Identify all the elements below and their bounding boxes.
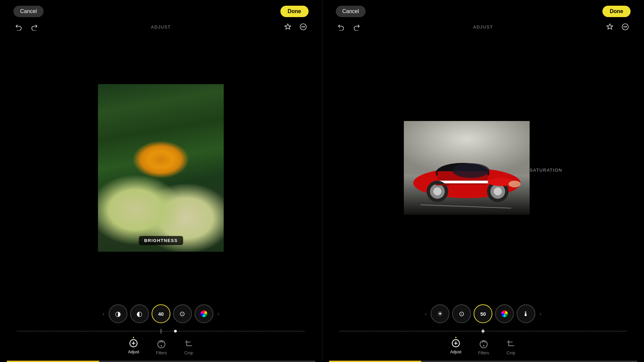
- slider-right[interactable]: [329, 326, 638, 336]
- crop-tool-left[interactable]: Crop: [184, 339, 194, 355]
- flower-bg: [98, 84, 224, 252]
- panel-left: Cancel Done ADJUST: [0, 0, 322, 362]
- svg-point-30: [483, 345, 484, 346]
- adjust-label-right: ADJUST: [473, 24, 493, 29]
- crop-tool-label-left: Crop: [184, 351, 193, 355]
- done-button-right[interactable]: Done: [602, 6, 631, 17]
- adjustment-wheels-right: ‹ ☀ ⊙ 50 🌡 ›: [329, 301, 638, 326]
- adjustment-wheels-left: ‹ ◑ ◐ 40 ⊙ ›: [7, 301, 315, 326]
- filters-tool-right[interactable]: Filters: [478, 339, 489, 355]
- brightness-wheel[interactable]: 40: [152, 304, 170, 323]
- svg-point-29: [480, 341, 487, 348]
- filters-tool-left[interactable]: Filters: [156, 339, 167, 355]
- toolbar-left-icons: [13, 21, 40, 32]
- toolbar-left-icons-right: [336, 21, 362, 32]
- bottom-toolbar-right: Adjust Filters Crop: [329, 336, 638, 361]
- svg-point-8: [624, 26, 624, 27]
- cancel-button-right[interactable]: Cancel: [336, 6, 366, 17]
- filters-icon-right: [479, 339, 489, 349]
- progress-bar-right: [329, 361, 638, 362]
- crop-icon-left: [184, 339, 194, 349]
- svg-point-6: [161, 345, 162, 346]
- done-button-left[interactable]: Done: [280, 6, 309, 17]
- crop-tool-right[interactable]: Crop: [506, 339, 516, 355]
- contrast-wheel[interactable]: ◑: [109, 304, 127, 323]
- more-button-right[interactable]: [620, 21, 631, 32]
- scroll-left-left[interactable]: ‹: [101, 310, 106, 317]
- svg-point-5: [158, 341, 165, 348]
- more-button-left[interactable]: [298, 21, 309, 32]
- svg-point-20: [433, 187, 441, 195]
- adjust-tool-label-right: Adjust: [450, 350, 461, 354]
- toolbar-right-icons-left: [282, 21, 309, 32]
- redo-button-right[interactable]: [351, 21, 362, 32]
- svg-point-23: [494, 187, 502, 195]
- scroll-right-right[interactable]: ›: [538, 310, 543, 317]
- image-area-left: BRIGHTNESS: [0, 35, 322, 301]
- undo-button-left[interactable]: [13, 21, 24, 32]
- svg-point-10: [626, 26, 627, 27]
- adjust-icon-left: [128, 338, 139, 348]
- adjust-tool-right[interactable]: Adjust: [450, 340, 461, 354]
- bottom-toolbar-left: Adjust Filters Crop: [7, 336, 315, 361]
- filters-tool-label-right: Filters: [478, 351, 489, 355]
- scroll-right-left[interactable]: ›: [216, 310, 221, 317]
- redo-button-left[interactable]: [29, 21, 40, 32]
- panel-right: Cancel Done ADJUST: [322, 0, 644, 362]
- color-wheel-left[interactable]: [195, 304, 213, 323]
- toolbar-left: ADJUST: [0, 20, 322, 35]
- image-area-right: SATURATION: [322, 35, 644, 301]
- filters-tool-label-left: Filters: [156, 351, 167, 355]
- point-wheel-right[interactable]: ⊙: [452, 304, 471, 323]
- brightness-value: 40: [158, 311, 164, 317]
- car-photo: [404, 121, 530, 215]
- scroll-left-right[interactable]: ‹: [423, 310, 428, 317]
- svg-rect-26: [436, 184, 449, 185]
- svg-rect-17: [437, 181, 491, 183]
- undo-button-right[interactable]: [336, 21, 346, 32]
- svg-point-9: [625, 26, 626, 27]
- auto-button-left[interactable]: [282, 21, 293, 32]
- flower-photo-container: BRIGHTNESS: [98, 84, 224, 252]
- svg-point-1: [302, 26, 302, 27]
- adjust-label-left: ADJUST: [151, 24, 171, 29]
- filters-icon-left: [156, 339, 166, 349]
- adjust-tool-left[interactable]: Adjust: [128, 340, 139, 354]
- point-wheel-left[interactable]: ⊙: [173, 304, 192, 323]
- svg-point-16: [452, 163, 489, 178]
- controls-area-right: ‹ ☀ ⊙ 50 🌡 ›: [322, 301, 644, 362]
- saturation-badge: SATURATION: [530, 168, 562, 173]
- adjust-tool-label-left: Adjust: [128, 350, 139, 354]
- progress-fill-right: [329, 361, 422, 362]
- auto-button-right[interactable]: [604, 21, 615, 32]
- flower-photo: BRIGHTNESS: [98, 84, 224, 252]
- crop-icon-right: [506, 339, 516, 349]
- controls-area-left: ‹ ◑ ◐ 40 ⊙ ›: [0, 301, 322, 362]
- svg-point-25: [508, 181, 521, 187]
- saturation-value: 50: [480, 311, 486, 317]
- svg-point-2: [303, 26, 304, 27]
- adjust-icon-right: [451, 338, 461, 348]
- top-bar-left: Cancel Done: [0, 0, 322, 20]
- slider-left[interactable]: [7, 326, 315, 336]
- brightness-badge: BRIGHTNESS: [139, 236, 183, 245]
- car-photo-container: SATURATION: [404, 121, 562, 215]
- progress-fill-left: [7, 361, 99, 362]
- top-bar-right: Cancel Done: [322, 0, 644, 20]
- brightness-wheel-right[interactable]: ☀: [431, 304, 449, 323]
- toolbar-right: ADJUST: [322, 20, 644, 35]
- car-photo-inner: [404, 121, 530, 215]
- toolbar-right-icons-right: [604, 21, 631, 32]
- progress-bar-left: [7, 361, 315, 362]
- svg-point-3: [304, 26, 305, 27]
- exposure-wheel[interactable]: ◐: [130, 304, 149, 323]
- crop-tool-label-right: Crop: [506, 351, 515, 355]
- temp-wheel[interactable]: 🌡: [517, 304, 535, 323]
- color-wheel-right[interactable]: [495, 304, 514, 323]
- cancel-button-left[interactable]: Cancel: [13, 6, 44, 17]
- saturation-wheel[interactable]: 50: [474, 304, 492, 323]
